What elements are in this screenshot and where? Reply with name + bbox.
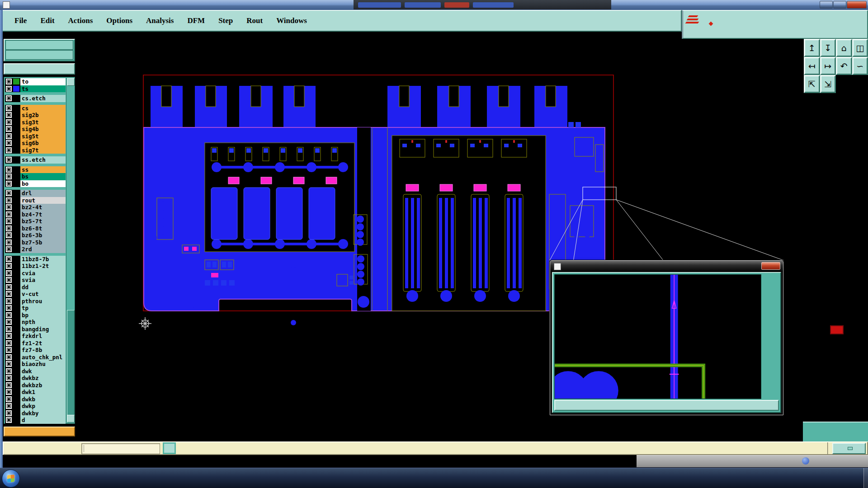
layer-visibility-checkbox[interactable] [6, 263, 12, 269]
popview-title-bar[interactable] [550, 261, 783, 272]
layer-color-swatch[interactable] [13, 291, 19, 297]
layer-color-swatch[interactable] [13, 298, 19, 304]
layer-color-swatch[interactable] [13, 225, 19, 231]
layer-row[interactable]: pthrou [5, 298, 66, 305]
layer-color-swatch[interactable] [13, 361, 19, 367]
layer-name[interactable]: dwkb [20, 396, 66, 403]
view-prev-button[interactable]: ∽ [852, 57, 868, 75]
layer-row[interactable]: biaozhu [5, 361, 66, 368]
layer-visibility-checkbox[interactable] [6, 291, 12, 297]
layer-row[interactable]: bz7-5b [5, 239, 66, 246]
layer-row[interactable]: drl [5, 190, 66, 197]
layer-color-swatch[interactable] [13, 147, 19, 153]
layer-color-swatch[interactable] [13, 284, 19, 290]
layer-name[interactable]: sig5t [20, 133, 66, 140]
layer-visibility-checkbox[interactable] [6, 147, 12, 153]
layer-color-swatch[interactable] [13, 256, 19, 262]
layer-color-swatch[interactable] [13, 382, 19, 388]
minimize-button[interactable] [820, 1, 833, 9]
layer-color-swatch[interactable] [13, 174, 19, 179]
layer-color-swatch[interactable] [13, 368, 19, 374]
maximize-button[interactable] [833, 1, 846, 9]
layer-color-swatch[interactable] [13, 95, 19, 101]
layer-color-swatch[interactable] [13, 218, 19, 224]
layer-color-swatch[interactable] [13, 319, 19, 325]
layer-name[interactable]: tp [20, 305, 66, 312]
layer-row[interactable]: bz6-8t [5, 225, 66, 232]
layer-name[interactable]: to [20, 78, 66, 85]
layer-visibility-checkbox[interactable] [6, 410, 12, 416]
layer-color-swatch[interactable] [13, 354, 19, 360]
layer-row[interactable]: sig4b [5, 126, 66, 133]
help-badge-icon[interactable] [802, 457, 809, 465]
popview-close-button[interactable] [554, 400, 779, 411]
zoom-out-button[interactable]: ⇱ [804, 75, 820, 93]
layer-visibility-checkbox[interactable] [6, 190, 12, 196]
layer-visibility-checkbox[interactable] [6, 403, 12, 409]
layer-visibility-checkbox[interactable] [6, 396, 12, 402]
menu-analysis[interactable]: Analysis [146, 16, 174, 25]
layer-row[interactable]: bangding [5, 326, 66, 333]
menu-windows[interactable]: Windows [276, 16, 307, 25]
layer-name[interactable]: dd [20, 284, 66, 291]
scroll-down-button[interactable] [67, 415, 75, 422]
layer-color-swatch[interactable] [13, 417, 19, 423]
view-undo-button[interactable]: ↶ [836, 57, 852, 75]
layer-name[interactable]: d [20, 417, 66, 424]
close-button[interactable] [847, 1, 867, 9]
layer-visibility-checkbox[interactable] [6, 105, 12, 111]
layer-row[interactable]: 2rd [5, 246, 66, 253]
layer-color-swatch[interactable] [13, 167, 19, 173]
layer-row[interactable]: sig7t [5, 147, 66, 154]
layer-name[interactable]: bs [20, 173, 66, 180]
menu-step[interactable]: Step [218, 16, 233, 25]
layer-row[interactable]: bs [5, 173, 66, 180]
layer-row[interactable]: fz7-8b [5, 347, 66, 354]
layer-color-swatch[interactable] [13, 239, 19, 245]
layer-name[interactable]: v-cut [20, 291, 66, 298]
layer-visibility-checkbox[interactable] [6, 204, 12, 210]
layer-row[interactable]: dwk [5, 368, 66, 375]
layer-row[interactable]: fzkdrl [5, 333, 66, 340]
layer-color-swatch[interactable] [13, 105, 19, 111]
layer-row[interactable]: bz5-7t [5, 218, 66, 225]
layer-visibility-checkbox[interactable] [6, 347, 12, 353]
layer-color-swatch[interactable] [13, 133, 19, 139]
units-dropdown[interactable] [832, 443, 866, 454]
layer-name[interactable]: dwk1 [20, 389, 66, 396]
layer-visibility-checkbox[interactable] [6, 305, 12, 311]
layer-visibility-checkbox[interactable] [6, 319, 12, 325]
layer-name[interactable]: bz2-4t [20, 204, 66, 211]
pan-up-button[interactable]: ↥ [804, 39, 820, 57]
layer-visibility-checkbox[interactable] [6, 211, 12, 217]
layer-row[interactable]: dwkby [5, 410, 66, 417]
layer-name[interactable]: rout [20, 197, 66, 204]
split-view-button[interactable]: ◫ [852, 39, 868, 57]
layer-row[interactable]: cvia [5, 270, 66, 277]
layer-row[interactable]: ss.etch [5, 156, 66, 164]
layer-name[interactable]: dwkbzb [20, 382, 66, 389]
layer-name[interactable]: cs.etch [20, 95, 66, 102]
job-matrix-button[interactable] [4, 63, 75, 75]
layer-visibility-checkbox[interactable] [6, 95, 12, 101]
layer-name[interactable]: sig2b [20, 112, 66, 119]
layer-name[interactable]: cvia [20, 270, 66, 277]
layer-name[interactable]: biaozhu [20, 361, 66, 368]
layer-color-swatch[interactable] [13, 347, 19, 353]
layer-row[interactable]: d [5, 417, 66, 424]
layer-visibility-checkbox[interactable] [6, 375, 12, 381]
pan-left-button[interactable]: ↤ [804, 57, 820, 75]
layer-row[interactable]: sig5t [5, 133, 66, 140]
layer-visibility-checkbox[interactable] [6, 326, 12, 332]
layer-visibility-checkbox[interactable] [6, 368, 12, 374]
layer-name[interactable]: 2rd [20, 246, 66, 253]
prompt-button[interactable] [163, 442, 176, 454]
layer-name[interactable]: ts [20, 85, 66, 93]
layer-row[interactable]: fz1-2t [5, 340, 66, 347]
layer-name[interactable]: bz5-7t [20, 218, 66, 225]
layer-color-swatch[interactable] [13, 246, 19, 252]
layer-row[interactable]: bz6-3b [5, 232, 66, 239]
pan-down-button[interactable]: ↧ [820, 39, 836, 57]
layer-name[interactable]: svia [20, 277, 66, 284]
layer-color-swatch[interactable] [13, 126, 19, 132]
